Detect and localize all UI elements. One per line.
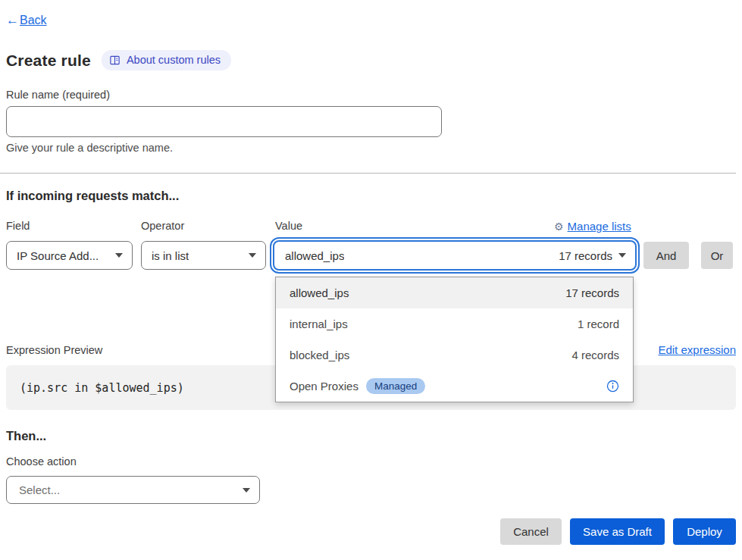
rule-name-label: Rule name (required): [6, 89, 110, 101]
value-select-count: 17 records: [559, 249, 612, 262]
list-item-name: Open Proxies: [290, 380, 358, 393]
value-select[interactable]: allowed_ips 17 records: [273, 240, 637, 271]
rule-name-input[interactable]: [6, 106, 442, 137]
list-item-count: 4 records: [571, 349, 619, 361]
back-link-label: Back: [20, 14, 47, 27]
choose-action-label: Choose action: [6, 455, 77, 468]
list-item-allowed-ips[interactable]: allowed_ips 17 records: [276, 277, 633, 308]
list-item-name: allowed_ips: [290, 286, 349, 299]
chevron-down-icon: [243, 488, 250, 493]
and-button[interactable]: And: [643, 242, 689, 269]
chevron-down-icon: [249, 253, 256, 258]
back-arrow-icon: ←: [6, 13, 19, 28]
managed-badge: Managed: [366, 378, 425, 394]
action-select-placeholder: Select...: [19, 483, 60, 496]
chevron-down-icon: [115, 253, 123, 258]
list-item-name: internal_ips: [290, 318, 348, 330]
list-item-internal-ips[interactable]: internal_ips 1 record: [276, 308, 633, 339]
info-icon[interactable]: [606, 380, 619, 393]
about-custom-rules-link[interactable]: About custom rules: [102, 50, 231, 70]
rule-name-helper: Give your rule a descriptive name.: [6, 142, 173, 154]
expression-code: (ip.src in $allowed_ips): [20, 381, 184, 395]
save-as-draft-button[interactable]: Save as Draft: [570, 518, 665, 545]
create-rule-page: ←Back Create rule About custom rules Rul…: [0, 0, 742, 560]
manage-lists-label: Manage lists: [568, 220, 631, 233]
action-select[interactable]: Select...: [6, 476, 260, 504]
list-item-count: 17 records: [565, 286, 619, 299]
value-dropdown-menu: allowed_ips 17 records internal_ips 1 re…: [275, 277, 634, 402]
or-button[interactable]: Or: [701, 242, 733, 269]
field-label: Field: [6, 220, 30, 232]
list-item-blocked-ips[interactable]: blocked_ips 4 records: [276, 339, 633, 371]
field-select[interactable]: IP Source Add...: [6, 241, 133, 270]
edit-expression-link[interactable]: Edit expression: [656, 343, 736, 356]
back-link[interactable]: ←Back: [6, 13, 47, 28]
expression-preview-label: Expression Preview: [6, 344, 102, 356]
list-item-name: blocked_ips: [290, 349, 349, 361]
book-icon: [109, 55, 121, 66]
chevron-down-icon: [618, 253, 626, 258]
manage-lists-link[interactable]: ⚙ Manage lists: [554, 220, 631, 233]
list-item-count: 1 record: [578, 318, 619, 330]
field-select-value: IP Source Add...: [17, 249, 99, 262]
operator-select[interactable]: is in list: [141, 241, 266, 270]
deploy-button[interactable]: Deploy: [673, 518, 736, 545]
value-select-value: allowed_ips: [285, 249, 344, 262]
operator-select-value: is in list: [152, 249, 189, 262]
cancel-button[interactable]: Cancel: [500, 518, 562, 545]
value-label: Value: [275, 220, 302, 232]
section-divider: [0, 173, 736, 174]
match-section-heading: If incoming requests match...: [6, 189, 179, 203]
list-item-open-proxies[interactable]: Open Proxies Managed: [276, 371, 633, 402]
operator-label: Operator: [141, 220, 184, 232]
page-title: Create rule: [6, 52, 91, 70]
about-custom-rules-label: About custom rules: [127, 54, 221, 66]
gear-icon: ⚙: [554, 221, 564, 233]
then-section-heading: Then...: [6, 429, 46, 443]
title-row: Create rule About custom rules: [6, 50, 231, 70]
